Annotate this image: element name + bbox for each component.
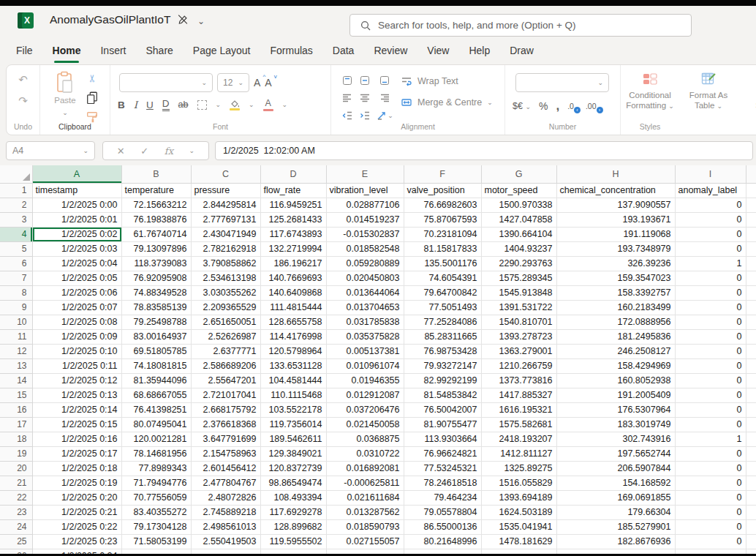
cell-I6[interactable]: 1 [675, 256, 746, 271]
cell-C7[interactable]: 2.534613198 [191, 271, 260, 285]
cell-G18[interactable]: 2418.193207 [481, 432, 556, 446]
cell-F4[interactable]: 70.23181094 [404, 227, 481, 241]
cell-clipped[interactable] [746, 490, 756, 505]
cell-H10[interactable]: 172.0888956 [556, 315, 675, 329]
cell-C25[interactable]: 2.550419503 [191, 534, 260, 549]
cell-D14[interactable]: 104.4581444 [260, 373, 326, 388]
cell-D13[interactable]: 133.6531128 [260, 358, 326, 373]
cell-G11[interactable]: 1393.278723 [481, 329, 556, 344]
cell-clipped[interactable] [746, 227, 756, 241]
cell-clipped[interactable] [746, 534, 756, 549]
cell-G12[interactable]: 1363.279001 [481, 344, 556, 358]
cell-A15[interactable]: 1/2/2025 0:13 [32, 388, 121, 402]
cell-C3[interactable]: 2.777697131 [191, 212, 260, 227]
cell-A25[interactable]: 1/2/2025 0:23 [32, 534, 121, 549]
cell-B13[interactable]: 74.18081815 [121, 358, 191, 373]
cell-F20[interactable]: 77.53245321 [404, 461, 481, 476]
fx-chevron-icon[interactable]: ⌄ [189, 148, 195, 154]
row-header-26[interactable]: 26 [0, 549, 32, 554]
cell-clipped[interactable] [746, 329, 756, 344]
cell-F15[interactable]: 81.54853842 [404, 388, 481, 402]
cell-C8[interactable]: 3.030355262 [191, 285, 260, 300]
cell-I25[interactable]: 0 [675, 534, 746, 549]
paste-button[interactable]: Paste ⌄ [49, 71, 81, 118]
cell-clipped[interactable] [746, 183, 756, 198]
cell-B20[interactable]: 77.8989343 [121, 461, 191, 476]
increase-decimal-button[interactable]: .0‹ [567, 102, 578, 110]
cell-I12[interactable]: 0 [675, 344, 746, 358]
cell-C26[interactable] [191, 549, 260, 554]
cell-clipped[interactable] [746, 446, 756, 461]
cell-B21[interactable]: 71.79494776 [121, 476, 191, 490]
row-header-5[interactable]: 5 [0, 241, 32, 256]
cell-G21[interactable]: 1516.055829 [481, 476, 556, 490]
row-header-25[interactable]: 25 [0, 534, 32, 549]
cell-I14[interactable]: 0 [675, 373, 746, 388]
cell-I24[interactable]: 0 [675, 519, 746, 534]
cell-A14[interactable]: 1/2/2025 0:12 [32, 373, 121, 388]
cell-F10[interactable]: 77.25284086 [404, 315, 481, 329]
cell-I13[interactable]: 0 [675, 358, 746, 373]
wrap-text-button[interactable]: Wrap Text [401, 75, 493, 87]
cell-I21[interactable]: 0 [675, 476, 746, 490]
cell-clipped[interactable] [746, 432, 756, 446]
cell-F13[interactable]: 79.93272147 [404, 358, 481, 373]
cell-D11[interactable]: 114.4176998 [260, 329, 326, 344]
strikethrough-button[interactable]: ab [178, 100, 189, 110]
cell-G14[interactable]: 1373.773816 [481, 373, 556, 388]
cell-A7[interactable]: 1/2/2025 0:05 [32, 271, 121, 285]
row-header-2[interactable]: 2 [0, 198, 32, 212]
cell-clipped[interactable] [746, 358, 756, 373]
cell-D26[interactable] [260, 549, 326, 554]
cell-H26[interactable] [556, 549, 675, 554]
cell-A19[interactable]: 1/2/2025 0:17 [32, 446, 121, 461]
column-header-I[interactable]: I [675, 165, 746, 183]
cell-I18[interactable]: 1 [675, 432, 746, 446]
cell-C22[interactable]: 2.48072826 [191, 490, 260, 505]
search-bar[interactable]: Search for tools, help, and more (Option… [349, 14, 692, 37]
row-header-24[interactable]: 24 [0, 519, 32, 534]
cell-A10[interactable]: 1/2/2025 0:08 [32, 315, 121, 329]
cell-C12[interactable]: 2.6377771 [191, 344, 260, 358]
column-header-B[interactable]: B [121, 165, 191, 183]
cell-C17[interactable]: 2.376618368 [191, 417, 260, 432]
bold-button[interactable]: B [118, 100, 125, 110]
cell-C6[interactable]: 3.790858862 [191, 256, 260, 271]
cell-B25[interactable]: 71.58053199 [121, 534, 191, 549]
excel-logo-icon[interactable]: X [18, 12, 34, 29]
cell-B12[interactable]: 69.51805785 [121, 344, 191, 358]
cell-I10[interactable]: 0 [675, 315, 746, 329]
number-format-select[interactable]: ⌄ [515, 73, 609, 92]
cell-I9[interactable]: 0 [675, 300, 746, 315]
cell-C11[interactable]: 2.52626987 [191, 329, 260, 344]
cell-C2[interactable]: 2.844295814 [191, 198, 260, 212]
fill-color-chevron-icon[interactable]: ⌄ [249, 102, 254, 108]
cell-H24[interactable]: 185.5279901 [556, 519, 675, 534]
cell-I8[interactable]: 0 [675, 285, 746, 300]
cell-B1[interactable]: temperature [121, 183, 191, 198]
cell-E1[interactable]: vibration_level [326, 183, 404, 198]
cell-A9[interactable]: 1/2/2025 0:07 [32, 300, 121, 315]
column-header-F[interactable]: F [404, 165, 481, 183]
cell-H3[interactable]: 193.193671 [556, 212, 675, 227]
column-header-E[interactable]: E [326, 165, 404, 183]
row-header-9[interactable]: 9 [0, 300, 32, 315]
cell-D5[interactable]: 132.2719994 [260, 241, 326, 256]
italic-button[interactable]: I [134, 100, 137, 110]
cell-B18[interactable]: 120.0021281 [121, 432, 191, 446]
cell-B14[interactable]: 81.35944096 [121, 373, 191, 388]
cell-H7[interactable]: 159.3547023 [556, 271, 675, 285]
borders-chevron-icon[interactable]: ⌄ [216, 102, 222, 108]
cell-clipped[interactable] [746, 285, 756, 300]
cell-F3[interactable]: 75.87067593 [404, 212, 481, 227]
cell-F24[interactable]: 86.55000136 [404, 519, 481, 534]
cell-clipped[interactable] [746, 461, 756, 476]
cell-A13[interactable]: 1/2/2025 0:11 [32, 358, 121, 373]
cell-F1[interactable]: valve_position [404, 183, 481, 198]
redo-icon[interactable]: ↷ [18, 95, 28, 106]
cell-H23[interactable]: 179.66304 [556, 505, 675, 519]
cell-H14[interactable]: 160.8052938 [556, 373, 675, 388]
row-header-1[interactable]: 1 [0, 183, 32, 198]
cell-I19[interactable]: 0 [675, 446, 746, 461]
increase-font-icon[interactable]: A^ [254, 77, 260, 89]
